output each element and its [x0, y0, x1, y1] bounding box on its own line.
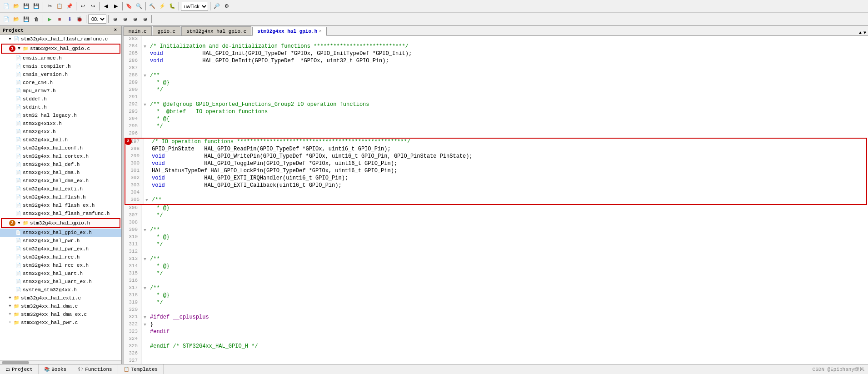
- tb2-btn7[interactable]: ⊕: [130, 15, 140, 24]
- save-all-btn[interactable]: 💾: [32, 2, 41, 11]
- save2-btn[interactable]: 💾: [22, 15, 31, 24]
- fold-icon[interactable]: [142, 58, 148, 65]
- fold-icon[interactable]: [144, 146, 150, 153]
- sidebar-close-btn[interactable]: ×: [112, 28, 119, 33]
- tb2-btn8[interactable]: ⊕: [140, 15, 150, 24]
- settings-btn[interactable]: ⚙: [222, 2, 231, 11]
- fold-icon[interactable]: [142, 36, 148, 43]
- fold-icon[interactable]: [142, 50, 148, 58]
- tree-item-hal-cortex[interactable]: 📄 stm32g4xx_hal_cortex.h: [0, 152, 121, 160]
- tb2-flash2[interactable]: ⬇: [65, 15, 74, 24]
- fold-icon[interactable]: [142, 65, 148, 72]
- fold-icon[interactable]: [144, 189, 150, 197]
- tab-close-icon[interactable]: ×: [319, 29, 321, 34]
- fold-icon[interactable]: [142, 307, 148, 314]
- tree-item-hal-conf[interactable]: 📄 stm32g4xx_hal_conf.h: [0, 144, 121, 152]
- tab-gpio-c[interactable]: gpio.c: [153, 26, 181, 35]
- tree-item-stddef[interactable]: 📄 stddef.h: [0, 95, 121, 103]
- expand-icon[interactable]: +: [7, 295, 13, 301]
- fold-icon[interactable]: [144, 139, 150, 146]
- search-btn[interactable]: 🔍: [135, 2, 144, 11]
- fold-icon[interactable]: [142, 87, 148, 94]
- zoom-btn[interactable]: 🔎: [212, 2, 221, 11]
- tb2-btn5[interactable]: ⊕: [110, 15, 120, 24]
- tree-item-hal-dma-ex[interactable]: 📄 stm32g4xx_hal_dma_ex.h: [0, 177, 121, 185]
- sidebar-tree[interactable]: ▼ 📄 stm32g4xx_hal_flash_ramfunc.c 1 ▼ 📁 …: [0, 35, 121, 360]
- fold-icon[interactable]: [144, 153, 150, 160]
- expand-icon[interactable]: +: [7, 312, 13, 317]
- fold-icon[interactable]: [142, 205, 148, 212]
- fold-icon[interactable]: [144, 182, 150, 189]
- fold-icon[interactable]: [142, 336, 148, 343]
- expand-icon[interactable]: ▼: [863, 30, 866, 35]
- fold-icon[interactable]: ▼: [142, 314, 148, 321]
- bottom-tab-functions[interactable]: {} Functions: [72, 364, 118, 374]
- fold-icon[interactable]: ▼: [142, 321, 148, 329]
- tab-main-c[interactable]: main.c: [124, 26, 152, 35]
- tree-item-hal-flash-ramfunc[interactable]: 📄 stm32g4xx_hal_flash_ramfunc.h: [0, 209, 121, 218]
- bottom-tab-project[interactable]: 🗂 Project: [0, 364, 39, 374]
- tree-item-hal-uart[interactable]: 📄 stm32g4xx_hal_uart.h: [0, 269, 121, 278]
- tree-item-core-cm4[interactable]: 📄 core_cm4.h: [0, 79, 121, 87]
- fold-icon[interactable]: [142, 292, 148, 299]
- bookmark-btn[interactable]: 🔖: [125, 2, 134, 11]
- fold-icon[interactable]: [144, 168, 150, 175]
- fold-icon[interactable]: [142, 249, 148, 256]
- tree-item-hal[interactable]: 📄 stm32g4xx_hal.h: [0, 136, 121, 144]
- redo-btn[interactable]: ↪: [88, 2, 97, 11]
- new-file-btn[interactable]: 📄: [2, 2, 11, 11]
- fold-icon[interactable]: [142, 116, 148, 123]
- fold-icon[interactable]: ▼: [142, 256, 148, 263]
- tree-item-hal-pwr-ex[interactable]: 📄 stm32g4xx_hal_pwr_ex.h: [0, 245, 121, 253]
- undo-btn[interactable]: ↩: [78, 2, 87, 11]
- num-select[interactable]: 001: [88, 15, 106, 24]
- expand-icon[interactable]: +: [7, 320, 13, 325]
- fold-icon[interactable]: [142, 219, 148, 227]
- fold-icon[interactable]: ▼: [144, 197, 150, 204]
- expand-icon[interactable]: +: [7, 304, 13, 309]
- fold-icon[interactable]: [142, 130, 148, 138]
- bottom-tab-books[interactable]: 📚 Books: [39, 364, 72, 374]
- tree-item-hal-def[interactable]: 📄 stm32g4xx_hal_def.h: [0, 160, 121, 169]
- fold-icon[interactable]: [142, 278, 148, 285]
- fold-icon[interactable]: [142, 329, 148, 336]
- fold-icon[interactable]: [142, 241, 148, 249]
- fold-icon[interactable]: ▼: [142, 101, 148, 109]
- target-select[interactable]: uwTick: [181, 2, 208, 11]
- tree-item-cmsis-armcc[interactable]: 📄 cmsis_armcc.h: [0, 54, 121, 62]
- tree-item-hal-dma[interactable]: 📄 stm32g4xx_hal_dma.h: [0, 169, 121, 177]
- back-btn[interactable]: ◀: [101, 2, 110, 11]
- expand-icon[interactable]: ▼: [16, 46, 22, 51]
- cut-btn[interactable]: ✂: [45, 2, 54, 11]
- tb2-btn6[interactable]: ⊕: [120, 15, 130, 24]
- tree-item-g4xx[interactable]: 📄 stm32g4xx.h: [0, 128, 121, 136]
- expand-icon[interactable]: ▼: [16, 220, 22, 226]
- close-all-icon[interactable]: ▲: [859, 30, 862, 35]
- fold-icon[interactable]: [142, 350, 148, 358]
- fold-icon[interactable]: [142, 299, 148, 307]
- tab-hal-gpio-c[interactable]: stm32g4xx_hal_gpio.c: [181, 26, 251, 35]
- tree-item-g431xx[interactable]: 📄 stm32g431xx.h: [0, 120, 121, 128]
- fold-icon[interactable]: ▼: [142, 227, 148, 234]
- tree-item-system[interactable]: 📄 system_stm32g4xx.h: [0, 286, 121, 294]
- tb2-build[interactable]: ▶: [45, 15, 54, 24]
- tree-item-cmsis-version[interactable]: 📄 cmsis_version.h: [0, 70, 121, 79]
- tb2-clean[interactable]: ■: [55, 15, 64, 24]
- fold-icon[interactable]: [142, 270, 148, 278]
- tree-item-hal-flash[interactable]: 📄 stm32g4xx_hal_flash.h: [0, 193, 121, 201]
- expand-icon[interactable]: ▼: [7, 36, 13, 42]
- tab-hal-gpio-h[interactable]: stm32g4xx_hal_gpio.h ×: [252, 27, 326, 36]
- open-btn[interactable]: 📂: [12, 2, 21, 11]
- tree-item-hal-uart-ex[interactable]: 📄 stm32g4xx_hal_uart_ex.h: [0, 278, 121, 286]
- build-btn[interactable]: 🔨: [148, 2, 157, 11]
- fold-icon[interactable]: [142, 358, 148, 364]
- fold-icon[interactable]: [142, 80, 148, 87]
- tree-item-gpio-c[interactable]: 1 ▼ 📁 stm32g4xx_hal_gpio.c: [2, 45, 120, 53]
- tree-item-stdint[interactable]: 📄 stdint.h: [0, 103, 121, 111]
- tree-item-hal-dma-c[interactable]: + 📁 stm32g4xx_hal_dma.c: [0, 302, 121, 310]
- fold-icon[interactable]: ▼: [142, 285, 148, 292]
- debug-btn[interactable]: 🐛: [168, 2, 177, 11]
- fold-icon[interactable]: [142, 123, 148, 130]
- new2-btn[interactable]: 📄: [2, 15, 11, 24]
- flash-btn[interactable]: ⚡: [158, 2, 167, 11]
